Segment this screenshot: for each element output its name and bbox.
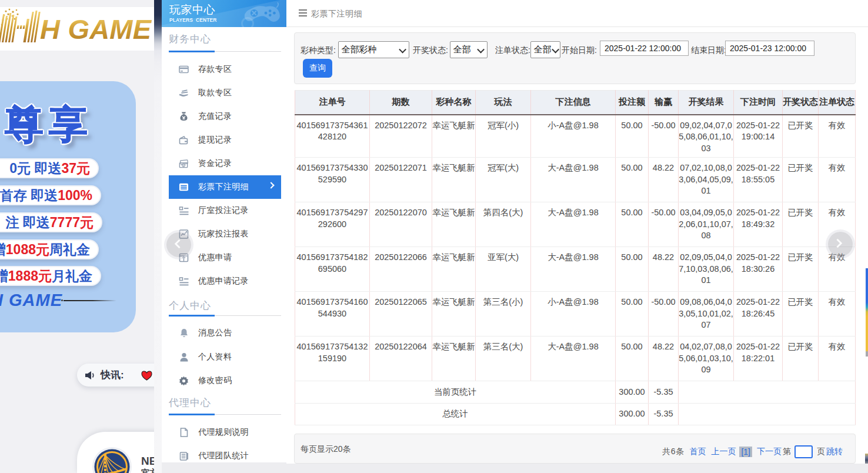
svg-text:H GAME: H GAME [40,14,152,45]
